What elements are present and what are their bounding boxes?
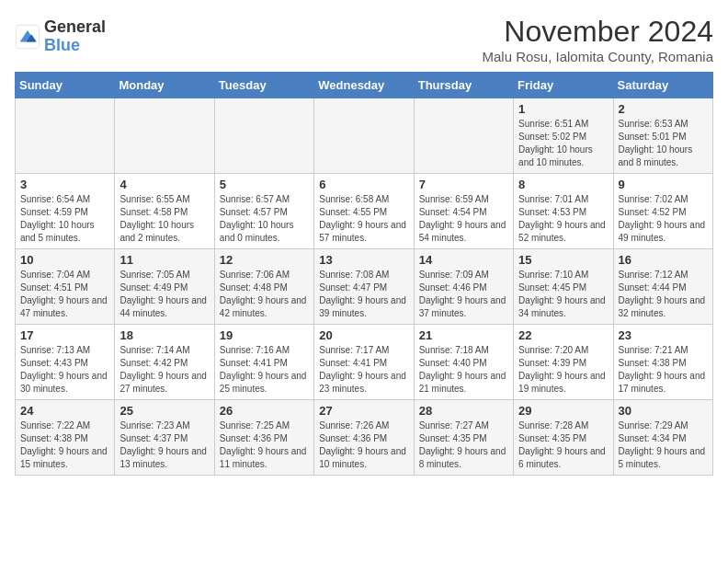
calendar-cell: 12Sunrise: 7:06 AM Sunset: 4:48 PM Dayli… xyxy=(214,249,313,325)
calendar-cell: 19Sunrise: 7:16 AM Sunset: 4:41 PM Dayli… xyxy=(214,325,313,400)
day-info: Sunrise: 7:06 AM Sunset: 4:48 PM Dayligh… xyxy=(220,269,309,320)
calendar-cell: 20Sunrise: 7:17 AM Sunset: 4:41 PM Dayli… xyxy=(314,325,414,400)
day-number: 20 xyxy=(319,328,408,342)
day-number: 29 xyxy=(518,404,608,418)
logo-text: General Blue xyxy=(44,18,106,55)
day-number: 4 xyxy=(119,178,209,191)
calendar-cell: 24Sunrise: 7:22 AM Sunset: 4:38 PM Dayli… xyxy=(16,400,115,476)
day-info: Sunrise: 6:51 AM Sunset: 5:02 PM Dayligh… xyxy=(518,118,608,169)
day-number: 3 xyxy=(20,178,109,191)
calendar-cell: 13Sunrise: 7:08 AM Sunset: 4:47 PM Dayli… xyxy=(314,249,414,325)
day-info: Sunrise: 7:05 AM Sunset: 4:49 PM Dayligh… xyxy=(119,269,209,320)
day-info: Sunrise: 7:10 AM Sunset: 4:45 PM Dayligh… xyxy=(518,269,608,320)
day-number: 9 xyxy=(619,178,708,191)
day-info: Sunrise: 7:17 AM Sunset: 4:41 PM Dayligh… xyxy=(319,344,408,396)
day-number: 11 xyxy=(119,253,209,267)
calendar-cell xyxy=(16,98,115,174)
calendar-cell: 26Sunrise: 7:25 AM Sunset: 4:36 PM Dayli… xyxy=(214,400,313,476)
calendar-cell: 23Sunrise: 7:21 AM Sunset: 4:38 PM Dayli… xyxy=(613,325,712,400)
calendar-cell: 15Sunrise: 7:10 AM Sunset: 4:45 PM Dayli… xyxy=(514,249,613,325)
day-number: 10 xyxy=(20,253,109,267)
header-day-sunday: Sunday xyxy=(16,73,115,98)
week-row-3: 10Sunrise: 7:04 AM Sunset: 4:51 PM Dayli… xyxy=(16,249,713,325)
calendar-cell: 14Sunrise: 7:09 AM Sunset: 4:46 PM Dayli… xyxy=(414,249,513,325)
week-row-2: 3Sunrise: 6:54 AM Sunset: 4:59 PM Daylig… xyxy=(16,174,713,249)
calendar-cell: 18Sunrise: 7:14 AM Sunset: 4:42 PM Dayli… xyxy=(115,325,214,400)
calendar-table: SundayMondayTuesdayWednesdayThursdayFrid… xyxy=(15,72,713,476)
header-day-friday: Friday xyxy=(514,73,613,98)
day-number: 18 xyxy=(119,328,209,342)
calendar-cell xyxy=(314,98,414,174)
logo-icon xyxy=(15,24,40,50)
day-number: 27 xyxy=(319,404,408,418)
day-info: Sunrise: 7:26 AM Sunset: 4:36 PM Dayligh… xyxy=(319,419,408,471)
day-number: 7 xyxy=(419,178,508,191)
day-number: 2 xyxy=(619,102,708,116)
calendar-cell: 1Sunrise: 6:51 AM Sunset: 5:02 PM Daylig… xyxy=(514,98,613,174)
logo-general-text: General xyxy=(44,18,106,37)
day-number: 21 xyxy=(419,328,508,342)
calendar-cell: 6Sunrise: 6:58 AM Sunset: 4:55 PM Daylig… xyxy=(314,174,414,249)
week-row-4: 17Sunrise: 7:13 AM Sunset: 4:43 PM Dayli… xyxy=(16,325,713,400)
calendar-cell: 10Sunrise: 7:04 AM Sunset: 4:51 PM Dayli… xyxy=(16,249,115,325)
day-number: 26 xyxy=(220,404,309,418)
day-info: Sunrise: 6:54 AM Sunset: 4:59 PM Dayligh… xyxy=(20,193,109,245)
day-number: 16 xyxy=(619,253,708,267)
day-number: 17 xyxy=(20,328,109,342)
calendar-cell: 7Sunrise: 6:59 AM Sunset: 4:54 PM Daylig… xyxy=(414,174,513,249)
month-year-title: November 2024 xyxy=(483,15,714,49)
day-number: 28 xyxy=(419,404,508,418)
day-info: Sunrise: 7:29 AM Sunset: 4:34 PM Dayligh… xyxy=(619,419,708,471)
day-number: 19 xyxy=(220,328,309,342)
calendar-cell: 29Sunrise: 7:28 AM Sunset: 4:35 PM Dayli… xyxy=(514,400,613,476)
calendar-body: 1Sunrise: 6:51 AM Sunset: 5:02 PM Daylig… xyxy=(16,98,713,476)
calendar-cell: 2Sunrise: 6:53 AM Sunset: 5:01 PM Daylig… xyxy=(613,98,712,174)
calendar-cell: 3Sunrise: 6:54 AM Sunset: 4:59 PM Daylig… xyxy=(16,174,115,249)
day-info: Sunrise: 7:12 AM Sunset: 4:44 PM Dayligh… xyxy=(619,269,708,320)
logo-blue-text: Blue xyxy=(44,37,106,55)
day-number: 12 xyxy=(220,253,309,267)
day-info: Sunrise: 7:20 AM Sunset: 4:39 PM Dayligh… xyxy=(518,344,608,396)
day-info: Sunrise: 7:14 AM Sunset: 4:42 PM Dayligh… xyxy=(119,344,209,396)
day-info: Sunrise: 7:25 AM Sunset: 4:36 PM Dayligh… xyxy=(220,419,309,471)
calendar-cell: 30Sunrise: 7:29 AM Sunset: 4:34 PM Dayli… xyxy=(613,400,712,476)
week-row-1: 1Sunrise: 6:51 AM Sunset: 5:02 PM Daylig… xyxy=(16,98,713,174)
calendar-cell: 21Sunrise: 7:18 AM Sunset: 4:40 PM Dayli… xyxy=(414,325,513,400)
day-number: 5 xyxy=(220,178,309,191)
header-day-saturday: Saturday xyxy=(613,73,712,98)
calendar-cell: 8Sunrise: 7:01 AM Sunset: 4:53 PM Daylig… xyxy=(514,174,613,249)
calendar-header: SundayMondayTuesdayWednesdayThursdayFrid… xyxy=(16,73,713,98)
calendar-cell: 22Sunrise: 7:20 AM Sunset: 4:39 PM Dayli… xyxy=(514,325,613,400)
day-number: 30 xyxy=(619,404,708,418)
day-info: Sunrise: 7:13 AM Sunset: 4:43 PM Dayligh… xyxy=(20,344,109,396)
day-info: Sunrise: 6:59 AM Sunset: 4:54 PM Dayligh… xyxy=(419,193,508,245)
header-day-tuesday: Tuesday xyxy=(214,73,313,98)
day-info: Sunrise: 7:27 AM Sunset: 4:35 PM Dayligh… xyxy=(419,419,508,471)
calendar-cell xyxy=(214,98,313,174)
day-info: Sunrise: 6:53 AM Sunset: 5:01 PM Dayligh… xyxy=(619,118,708,169)
calendar-cell: 9Sunrise: 7:02 AM Sunset: 4:52 PM Daylig… xyxy=(613,174,712,249)
day-number: 25 xyxy=(119,404,209,418)
calendar-cell: 4Sunrise: 6:55 AM Sunset: 4:58 PM Daylig… xyxy=(115,174,214,249)
day-number: 8 xyxy=(518,178,608,191)
calendar-cell: 27Sunrise: 7:26 AM Sunset: 4:36 PM Dayli… xyxy=(314,400,414,476)
logo: General Blue xyxy=(15,18,106,55)
location-subtitle: Malu Rosu, Ialomita County, Romania xyxy=(483,49,714,64)
day-number: 22 xyxy=(518,328,608,342)
header-day-wednesday: Wednesday xyxy=(314,73,414,98)
title-block: November 2024 Malu Rosu, Ialomita County… xyxy=(483,15,714,64)
calendar-cell xyxy=(414,98,513,174)
day-info: Sunrise: 7:08 AM Sunset: 4:47 PM Dayligh… xyxy=(319,269,408,320)
day-number: 1 xyxy=(518,102,608,116)
day-info: Sunrise: 7:02 AM Sunset: 4:52 PM Dayligh… xyxy=(619,193,708,245)
day-info: Sunrise: 7:18 AM Sunset: 4:40 PM Dayligh… xyxy=(419,344,508,396)
day-info: Sunrise: 6:58 AM Sunset: 4:55 PM Dayligh… xyxy=(319,193,408,245)
day-number: 15 xyxy=(518,253,608,267)
calendar-cell: 11Sunrise: 7:05 AM Sunset: 4:49 PM Dayli… xyxy=(115,249,214,325)
week-row-5: 24Sunrise: 7:22 AM Sunset: 4:38 PM Dayli… xyxy=(16,400,713,476)
day-number: 14 xyxy=(419,253,508,267)
calendar-cell: 16Sunrise: 7:12 AM Sunset: 4:44 PM Dayli… xyxy=(613,249,712,325)
calendar-cell xyxy=(115,98,214,174)
day-number: 23 xyxy=(619,328,708,342)
page-header: General Blue November 2024 Malu Rosu, Ia… xyxy=(15,15,713,64)
